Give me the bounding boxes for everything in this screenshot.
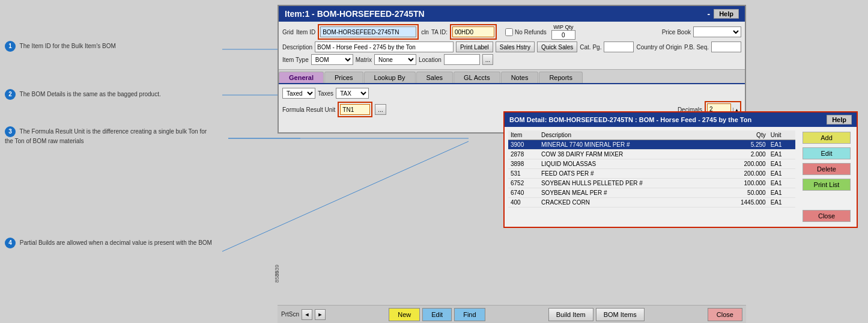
location-input[interactable]: [444, 54, 480, 65]
tab-lookup-by[interactable]: Lookup By: [364, 72, 416, 83]
cell-item: 3898: [508, 159, 539, 169]
close-button[interactable]: Close: [708, 308, 742, 321]
tab-reports[interactable]: Reports: [539, 72, 583, 83]
bubble-3: 3: [5, 126, 16, 137]
bom-close-button[interactable]: Close: [803, 210, 851, 222]
bubble-1: 1: [5, 41, 16, 52]
matrix-select[interactable]: None: [374, 54, 416, 65]
formula-dots-btn[interactable]: ...: [375, 104, 386, 115]
nav-prev-btn[interactable]: ◄: [302, 309, 312, 320]
help-button[interactable]: Help: [714, 9, 739, 19]
cell-qty: 5.250: [718, 140, 768, 150]
sales-hstry-btn[interactable]: Sales Hstry: [496, 42, 535, 52]
col-qty: Qty: [718, 131, 768, 140]
cell-item: 6740: [508, 188, 539, 198]
cat-pg-label: Cat. Pg.: [580, 44, 601, 51]
quick-sales-btn[interactable]: Quick Sales: [537, 42, 577, 52]
matrix-label: Matrix: [356, 57, 372, 63]
grid-label: Grid: [282, 29, 294, 35]
cell-item: 6752: [508, 179, 539, 188]
pb-seq-input[interactable]: [711, 42, 741, 52]
taxed-select[interactable]: Taxed: [282, 88, 315, 99]
formula-result-unit-input[interactable]: [340, 104, 370, 115]
minimize-btn[interactable]: -: [707, 9, 710, 19]
tab-notes[interactable]: Notes: [501, 72, 539, 83]
item-type-select[interactable]: BOM: [311, 54, 353, 65]
bom-add-button[interactable]: Add: [803, 132, 851, 144]
wip-section: WIP Qty: [551, 24, 575, 40]
bom-print-list-button[interactable]: Print List: [803, 179, 851, 191]
ta-id-input[interactable]: [452, 26, 494, 37]
tab-gl-accts[interactable]: GL Accts: [454, 72, 500, 83]
cell-unit: EA1: [768, 198, 795, 208]
build-item-button[interactable]: Build Item: [548, 308, 593, 321]
cell-description: MINERAL 7740 MINERAL PER #: [539, 140, 718, 150]
form-row-2: Description Print Label Sales Hstry Quic…: [282, 42, 741, 52]
cell-qty: 200.000: [718, 159, 768, 169]
annotation-1: 1 The Item ID for the Bulk Item's BOM: [5, 41, 215, 52]
cell-qty: 2.000: [718, 150, 768, 159]
annotation-2: 2 The BOM Details is the same as the bag…: [5, 89, 215, 100]
bubble-4: 4: [5, 238, 16, 248]
bom-items-button[interactable]: BOM Items: [596, 308, 645, 321]
country-origin-label: Country of Origin: [636, 44, 682, 51]
no-refunds-label: No Refunds: [515, 29, 547, 35]
bom-title-bar: BOM Detail: BOM-HORSEFEED-2745TN : BOM -…: [505, 112, 857, 127]
nav-next-btn[interactable]: ►: [315, 309, 326, 320]
title-bar: Item:1 - BOM-HORSEFEED-2745TN - Help: [279, 6, 745, 22]
annotation-3: 3 The Formula Result Unit is the differe…: [5, 126, 215, 146]
tab-general[interactable]: General: [279, 72, 324, 83]
item-id-input[interactable]: [320, 26, 416, 37]
cell-unit: EA1: [768, 179, 795, 188]
bom-buttons-panel: Add Edit Delete Print List Close: [799, 127, 857, 227]
cell-description: COW 38 DAIRY FARM MIXER: [539, 150, 718, 159]
cell-unit: EA1: [768, 188, 795, 198]
bom-help-button[interactable]: Help: [827, 115, 852, 125]
no-refunds-area: No Refunds: [505, 28, 547, 36]
table-row[interactable]: 3900 MINERAL 7740 MINERAL PER # 5.250 EA…: [508, 140, 795, 150]
edit-button[interactable]: Edit: [422, 308, 452, 321]
table-row[interactable]: 3898 LIQUID MOLASSAS 200.000 EA1: [508, 159, 795, 169]
cat-pg-area: Cat. Pg. Country of Origin P.B. Seq.: [580, 42, 741, 52]
cell-unit: EA1: [768, 150, 795, 159]
bom-content: Item Description Qty Unit 3900 MINERAL 7…: [505, 127, 857, 227]
tab-sales[interactable]: Sales: [416, 72, 454, 83]
bom-delete-button[interactable]: Delete: [803, 163, 851, 175]
window-title: Item:1 - BOM-HORSEFEED-2745TN: [285, 9, 425, 19]
price-book-select[interactable]: [693, 26, 741, 37]
no-refunds-checkbox[interactable]: [505, 28, 513, 36]
wip-label: WIP Qty: [553, 24, 573, 30]
tab-prices[interactable]: Prices: [324, 72, 363, 83]
table-row[interactable]: 400 CRACKED CORN 1445.000 EA1: [508, 198, 795, 208]
taxes-select[interactable]: TAX: [336, 88, 369, 99]
col-description: Description: [539, 131, 718, 140]
cell-qty: 100.000: [718, 179, 768, 188]
table-row[interactable]: 2878 COW 38 DAIRY FARM MIXER 2.000 EA1: [508, 150, 795, 159]
cat-pg-input[interactable]: [604, 42, 634, 52]
cell-unit: EA1: [768, 159, 795, 169]
form-area: Grid Item ID cln TA ID: No Refunds WIP Q…: [279, 22, 745, 70]
taxes-label: Taxes: [318, 90, 333, 97]
item-type-label: Item Type: [282, 57, 309, 63]
new-button[interactable]: New: [389, 308, 420, 321]
print-label-btn[interactable]: Print Label: [456, 42, 493, 52]
description-label: Description: [282, 44, 312, 51]
table-row[interactable]: 6740 SOYBEAN MEAL PER # 50.000 EA1: [508, 188, 795, 198]
find-button[interactable]: Find: [454, 308, 485, 321]
location-dots-btn[interactable]: ...: [482, 54, 493, 65]
svg-line-4: [222, 141, 469, 251]
table-row[interactable]: 6752 SOYBEAN HULLS PELLETED PER # 100.00…: [508, 179, 795, 188]
wip-qty-input[interactable]: [551, 30, 575, 40]
col-unit: Unit: [768, 131, 795, 140]
cell-description: CRACKED CORN: [539, 198, 718, 208]
formula-result-unit-box: [338, 102, 372, 117]
bom-table: Item Description Qty Unit 3900 MINERAL 7…: [508, 131, 795, 208]
cell-description: SOYBEAN HULLS PELLETED PER #: [539, 179, 718, 188]
item-id-label: Item ID: [296, 29, 315, 35]
cell-description: SOYBEAN MEAL PER #: [539, 188, 718, 198]
table-row[interactable]: 531 FEED OATS PER # 200.000 EA1: [508, 169, 795, 179]
ta-id-label: TA ID:: [431, 29, 448, 35]
description-input[interactable]: [315, 42, 454, 52]
ta-id-box: [450, 24, 497, 40]
bom-edit-button[interactable]: Edit: [803, 147, 851, 159]
